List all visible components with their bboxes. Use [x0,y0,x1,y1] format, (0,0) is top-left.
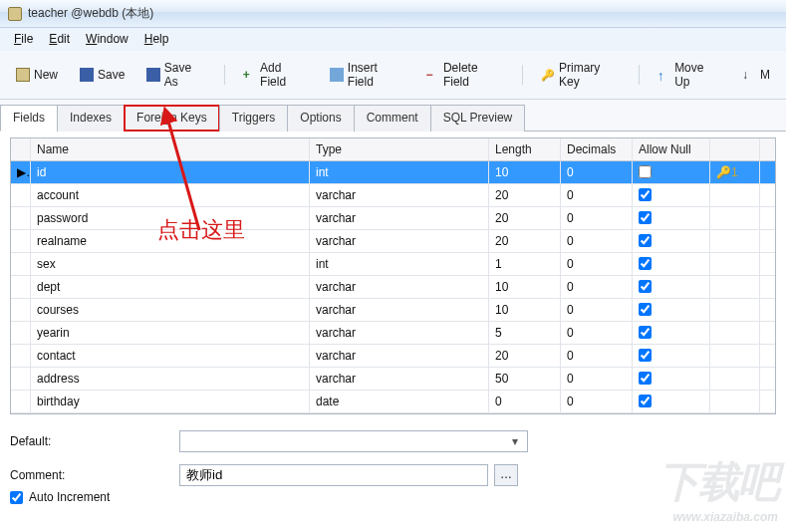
allow-null-checkbox[interactable] [639,372,652,385]
cell-decimals[interactable]: 0 [561,207,633,229]
primary-key-button[interactable]: Primary Key [533,57,629,93]
allow-null-checkbox[interactable] [639,395,652,407]
cell-length[interactable]: 20 [489,207,561,229]
cell-name[interactable]: account [31,184,310,206]
tab-foreign-keys[interactable]: Foreign Keys [124,105,220,132]
cell-decimals[interactable]: 0 [561,345,633,367]
menu-window[interactable]: Window [80,30,134,48]
allow-null-checkbox[interactable] [639,165,652,178]
table-row[interactable]: yearinvarchar50 [11,322,775,345]
move-up-button[interactable]: Move Up [650,57,728,93]
cell-length[interactable]: 1 [489,253,561,275]
cell-length[interactable]: 5 [489,322,561,344]
cell-name[interactable]: address [31,368,310,390]
auto-increment-checkbox[interactable] [10,491,23,504]
cell-allow-null[interactable] [633,391,710,412]
cell-type[interactable]: varchar [310,184,489,206]
cell-length[interactable]: 20 [489,345,561,367]
allow-null-checkbox[interactable] [639,234,652,247]
cell-length[interactable]: 10 [489,299,561,321]
cell-type[interactable]: varchar [310,299,489,321]
cell-name[interactable]: contact [31,345,310,367]
table-row[interactable]: accountvarchar200 [11,184,775,207]
cell-name[interactable]: id [31,161,310,183]
cell-type[interactable]: varchar [310,322,489,344]
tab-comment[interactable]: Comment [354,105,431,132]
cell-allow-null[interactable] [633,161,710,183]
cell-allow-null[interactable] [633,276,710,298]
save-button[interactable]: Save [72,64,132,86]
tab-sql-preview[interactable]: SQL Preview [430,105,526,132]
table-row[interactable]: realnamevarchar200 [11,230,775,253]
cell-length[interactable]: 0 [489,391,561,412]
cell-allow-null[interactable] [633,207,710,229]
col-decimals[interactable]: Decimals [561,138,633,160]
cell-type[interactable]: date [310,391,489,412]
cell-type[interactable]: varchar [310,368,489,390]
move-down-button[interactable]: ↓M [734,64,778,86]
cell-type[interactable]: varchar [310,276,489,298]
cell-type[interactable]: int [310,161,489,183]
table-row[interactable]: passwordvarchar200 [11,207,775,230]
allow-null-checkbox[interactable] [639,188,652,201]
table-row[interactable]: deptvarchar100 [11,276,775,299]
allow-null-checkbox[interactable] [639,211,652,224]
cell-decimals[interactable]: 0 [561,391,633,412]
col-length[interactable]: Length [489,138,561,160]
cell-name[interactable]: dept [31,276,310,298]
cell-name[interactable]: courses [31,299,310,321]
tab-fields[interactable]: Fields [0,105,58,132]
cell-length[interactable]: 20 [489,230,561,252]
menu-file[interactable]: FFileile [8,30,39,48]
insert-field-button[interactable]: Insert Field [322,57,411,93]
cell-length[interactable]: 10 [489,161,561,183]
col-name[interactable]: Name [31,138,310,160]
cell-name[interactable]: yearin [31,322,310,344]
table-row[interactable]: birthdaydate00 [11,391,775,413]
cell-name[interactable]: birthday [31,391,310,412]
cell-allow-null[interactable] [633,345,710,367]
cell-type[interactable]: int [310,253,489,275]
cell-allow-null[interactable] [633,230,710,252]
cell-allow-null[interactable] [633,253,710,275]
delete-field-button[interactable]: Delete Field [418,57,513,93]
cell-type[interactable]: varchar [310,230,489,252]
cell-decimals[interactable]: 0 [561,230,633,252]
cell-decimals[interactable]: 0 [561,299,633,321]
col-allow-null[interactable]: Allow Null [633,138,710,160]
cell-allow-null[interactable] [633,184,710,206]
allow-null-checkbox[interactable] [639,280,652,293]
cell-allow-null[interactable] [633,368,710,390]
tab-options[interactable]: Options [287,105,354,132]
table-row[interactable]: coursesvarchar100 [11,299,775,322]
allow-null-checkbox[interactable] [639,326,652,339]
cell-allow-null[interactable] [633,299,710,321]
cell-name[interactable]: sex [31,253,310,275]
allow-null-checkbox[interactable] [639,257,652,270]
tab-indexes[interactable]: Indexes [57,105,125,132]
add-field-button[interactable]: Add Field [235,57,317,93]
default-combo[interactable]: ▾ [179,430,528,452]
save-as-button[interactable]: Save As [138,57,213,93]
cell-decimals[interactable]: 0 [561,161,633,183]
allow-null-checkbox[interactable] [639,349,652,362]
cell-decimals[interactable]: 0 [561,276,633,298]
tab-triggers[interactable]: Triggers [219,105,289,132]
allow-null-checkbox[interactable] [639,303,652,316]
cell-length[interactable]: 20 [489,184,561,206]
col-type[interactable]: Type [310,138,489,160]
menu-help[interactable]: Help [138,30,175,48]
ellipsis-button[interactable]: … [494,464,518,486]
cell-name[interactable]: password [31,207,310,229]
cell-decimals[interactable]: 0 [561,322,633,344]
cell-allow-null[interactable] [633,322,710,344]
table-row[interactable]: ▶idint100🔑1 [11,161,775,184]
cell-length[interactable]: 10 [489,276,561,298]
cell-name[interactable]: realname [31,230,310,252]
table-row[interactable]: contactvarchar200 [11,345,775,368]
cell-decimals[interactable]: 0 [561,253,633,275]
cell-length[interactable]: 50 [489,368,561,390]
comment-input[interactable] [179,464,488,486]
cell-decimals[interactable]: 0 [561,184,633,206]
table-row[interactable]: addressvarchar500 [11,368,775,391]
